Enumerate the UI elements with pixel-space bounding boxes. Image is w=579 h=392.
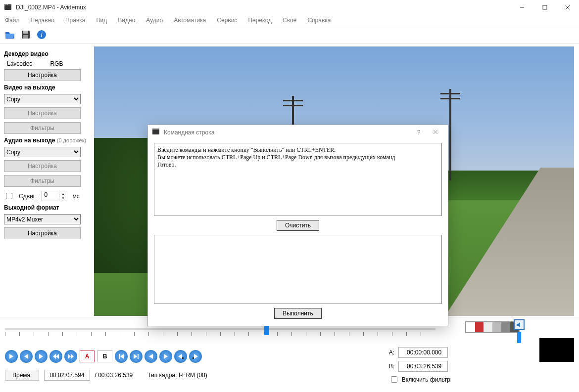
info-button[interactable]: i (35, 28, 48, 42)
volume-icon[interactable] (514, 319, 525, 330)
timeline-ruler (5, 332, 435, 339)
window-maximize-button[interactable] (533, 0, 556, 15)
marker-a-value: 00:00:00.000 (398, 347, 448, 358)
dialog-icon (152, 128, 160, 137)
svg-rect-17 (152, 130, 159, 134)
volume-slider[interactable] (517, 332, 521, 343)
window-titlebar: DJI_0002.MP4 - Avidemux (0, 0, 579, 15)
svg-point-3 (7, 4, 8, 5)
output-format-configure-button[interactable]: Настройка (4, 227, 81, 239)
video-out-select[interactable]: Copy (4, 94, 81, 104)
color-bar (465, 321, 520, 333)
timeline-thumb[interactable] (264, 326, 269, 335)
video-out-filters-button[interactable]: Фильтры (4, 122, 81, 134)
goto-start-button[interactable] (115, 350, 128, 363)
decoder-codec: Lavcodec (7, 60, 32, 67)
next-keyframe-button[interactable] (159, 350, 172, 363)
dialog-close-button[interactable] (427, 129, 444, 136)
menu-view[interactable]: Вид (94, 16, 110, 25)
marker-b-value: 00:03:26.539 (398, 361, 448, 372)
prev-frame-button[interactable] (20, 350, 33, 363)
window-close-button[interactable] (556, 0, 579, 15)
dialog-clear-button[interactable]: Очистить (277, 220, 319, 231)
dialog-log-area[interactable]: Введите команды и нажмите кнопку "Выполн… (154, 143, 442, 216)
window-minimize-button[interactable] (511, 0, 533, 15)
enable-filter-label: Включить фильтр (402, 376, 450, 383)
toolbar: i (0, 26, 579, 44)
menu-recent[interactable]: Недавно (28, 16, 57, 25)
save-file-button[interactable] (19, 28, 33, 42)
svg-rect-15 (182, 357, 184, 359)
output-format-title: Выходной формат (4, 204, 90, 211)
video-out-title: Видео на выходе (4, 84, 90, 91)
shift-unit: мс (72, 193, 79, 200)
svg-rect-0 (4, 5, 11, 10)
dialog-run-button[interactable]: Выполнить (274, 308, 322, 319)
svg-rect-5 (543, 5, 547, 9)
svg-point-2 (5, 4, 6, 5)
menu-file[interactable]: Файл (2, 16, 23, 25)
menu-service[interactable]: Сервис (214, 16, 240, 25)
prev-black-frame-button[interactable] (174, 350, 187, 363)
total-duration: / 00:03:26.539 (95, 372, 133, 379)
menu-video[interactable]: Видео (115, 16, 138, 25)
menu-auto[interactable]: Автоматика (171, 16, 209, 25)
next-frame-button[interactable] (35, 350, 48, 363)
goto-end-button[interactable] (130, 350, 143, 363)
menu-custom[interactable]: Своё (280, 16, 299, 25)
shift-label: Сдвиг: (19, 193, 37, 200)
decoder-configure-button[interactable]: Настройка (4, 69, 81, 81)
menu-go[interactable]: Переход (245, 16, 275, 25)
shift-checkbox[interactable] (6, 193, 12, 199)
footer: A B Время: 00:02:07.594 / 00:03:26.539 Т… (0, 317, 579, 392)
decoder-colorspace: RGB (50, 60, 63, 67)
sidebar: Декодер видео Lavcodec RGB Настройка Вид… (0, 44, 94, 317)
audio-out-filters-button[interactable]: Фильтры (4, 175, 81, 187)
output-format-select[interactable]: MP4v2 Muxer (4, 214, 81, 224)
decoder-title: Декодер видео (4, 50, 90, 57)
shift-value-field[interactable]: 0 ▲▼ (42, 191, 67, 201)
video-out-configure-button[interactable]: Настройка (4, 107, 81, 119)
svg-rect-18 (152, 129, 159, 130)
time-value[interactable]: 00:02:07.594 (44, 370, 90, 381)
frame-type: Тип кадра: I-FRM (00) (147, 372, 207, 379)
window-title: DJI_0002.MP4 - Avidemux (16, 4, 511, 11)
shift-up-icon[interactable]: ▲ (59, 192, 66, 196)
menu-help[interactable]: Справка (304, 16, 334, 25)
svg-rect-9 (23, 31, 28, 34)
svg-rect-10 (23, 35, 28, 39)
shift-down-icon[interactable]: ▼ (59, 196, 66, 201)
svg-rect-16 (193, 357, 194, 359)
app-icon (4, 3, 12, 11)
svg-rect-1 (4, 4, 11, 5)
audio-tracks-count: (0 дорожек) (57, 137, 86, 143)
next-black-frame-button[interactable] (189, 350, 202, 363)
enable-filter-checkbox[interactable] (391, 376, 397, 383)
timeline-track[interactable] (5, 328, 435, 330)
marker-b-label: B: (389, 363, 394, 370)
svg-rect-14 (138, 354, 139, 359)
prev-keyframe-button[interactable] (145, 350, 157, 363)
command-line-dialog: Командная строка ? Введите команды и наж… (147, 125, 448, 326)
transport-controls: A B (5, 350, 574, 363)
menu-edit[interactable]: Правка (62, 16, 89, 25)
forward-button[interactable] (64, 350, 77, 363)
preview-thumbnail (539, 338, 574, 362)
audio-out-title: Аудио на выходе (0 дорожек) (4, 137, 90, 144)
menu-audio[interactable]: Аудио (143, 16, 166, 25)
dialog-help-button[interactable]: ? (410, 129, 427, 136)
open-file-button[interactable] (3, 28, 17, 42)
play-button[interactable] (5, 350, 18, 363)
dialog-title: Командная строка (164, 129, 214, 136)
set-marker-b-button[interactable]: B (97, 350, 112, 362)
rewind-button[interactable] (49, 350, 62, 363)
menubar: Файл Недавно Правка Вид Видео Аудио Авто… (0, 15, 579, 26)
audio-out-configure-button[interactable]: Настройка (4, 160, 81, 172)
svg-rect-13 (119, 354, 120, 359)
set-marker-a-button[interactable]: A (80, 350, 95, 362)
time-label: Время: (5, 370, 39, 381)
dialog-input-area[interactable] (154, 235, 442, 304)
marker-a-label: A: (389, 349, 394, 356)
audio-out-select[interactable]: Copy (4, 147, 81, 157)
